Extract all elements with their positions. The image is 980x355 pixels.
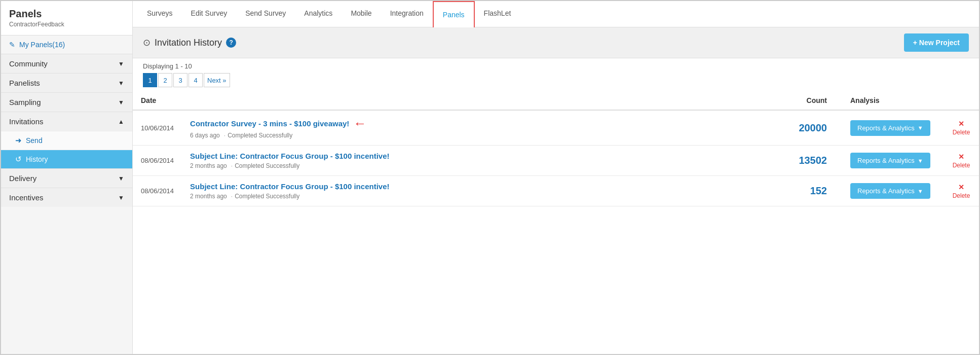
cell-delete: ✕Delete xyxy=(944,110,979,146)
delete-label: Delete xyxy=(953,162,970,169)
tab-panels[interactable]: Panels xyxy=(433,1,475,27)
cell-title: Subject Line: Contractor Focus Group - $… xyxy=(182,176,790,206)
reports-label: Reports & Analytics xyxy=(857,187,915,195)
cell-date: 08/06/2014 xyxy=(133,176,182,206)
clock-icon: ⊙ xyxy=(143,37,150,48)
page-btn-next[interactable]: Next » xyxy=(204,73,230,87)
cell-title: Contractor Survey - 3 mins - $100 giveaw… xyxy=(182,110,790,146)
delete-label: Delete xyxy=(953,129,970,136)
section-title: Invitation History xyxy=(155,38,222,48)
tab-edit-survey[interactable]: Edit Survey xyxy=(182,1,237,27)
chevron-down-icon: ▼ xyxy=(118,175,124,182)
col-header-title xyxy=(182,91,790,110)
survey-meta: 2 months ago·Completed Successfully xyxy=(190,162,782,169)
col-header-date: Date xyxy=(133,91,182,110)
panelists-label: Panelists xyxy=(9,79,40,87)
top-nav: Surveys Edit Survey Send Survey Analytic… xyxy=(133,1,979,27)
status: Completed Successfully xyxy=(228,132,292,139)
sidebar-item-community[interactable]: Community ▼ xyxy=(1,54,132,73)
page-btn-2[interactable]: 2 xyxy=(158,73,172,87)
new-project-button[interactable]: + New Project xyxy=(904,33,969,52)
help-icon[interactable]: ? xyxy=(226,38,236,48)
chevron-up-icon: ▲ xyxy=(118,118,124,125)
col-header-action xyxy=(944,91,979,110)
tab-integration[interactable]: Integration xyxy=(381,1,433,27)
table-header-row: Date Count Analysis xyxy=(133,91,979,110)
cell-delete: ✕Delete xyxy=(944,176,979,206)
chevron-down-icon: ▼ xyxy=(118,80,124,87)
page-btn-1[interactable]: 1 xyxy=(143,73,157,87)
survey-meta: 2 months ago·Completed Successfully xyxy=(190,193,782,200)
new-project-label: + New Project xyxy=(913,39,960,47)
survey-title-text: Subject Line: Contractor Focus Group - $… xyxy=(190,182,389,191)
sampling-label: Sampling xyxy=(9,98,41,106)
sidebar-title: Panels xyxy=(9,8,124,20)
reports-analytics-button[interactable]: Reports & Analytics ▼ xyxy=(850,183,930,199)
separator: · xyxy=(224,132,225,139)
sidebar-header: Panels ContractorFeedback xyxy=(1,1,132,36)
page-btn-4[interactable]: 4 xyxy=(189,73,203,87)
survey-meta: 6 days ago·Completed Successfully xyxy=(190,132,782,139)
section-header: ⊙ Invitation History ? + New Project xyxy=(133,27,979,58)
separator: · xyxy=(231,193,233,200)
cell-title: Subject Line: Contractor Focus Group - $… xyxy=(182,146,790,176)
delete-button[interactable]: ✕Delete xyxy=(952,120,971,136)
page-btn-3[interactable]: 3 xyxy=(173,73,187,87)
tab-analytics[interactable]: Analytics xyxy=(295,1,342,27)
chevron-down-icon: ▼ xyxy=(118,99,124,106)
incentives-label: Incentives xyxy=(9,193,44,202)
pagination-area: Displaying 1 - 10 1 2 3 4 Next » xyxy=(133,58,979,89)
cell-analysis: Reports & Analytics ▼ xyxy=(842,176,944,206)
time-ago: 2 months ago xyxy=(190,193,227,200)
invitations-label: Invitations xyxy=(9,117,44,126)
table-row: 08/06/2014Subject Line: Contractor Focus… xyxy=(133,176,979,206)
dropdown-arrow-icon: ▼ xyxy=(918,158,923,164)
cell-analysis: Reports & Analytics ▼ xyxy=(842,146,944,176)
chevron-down-icon: ▼ xyxy=(118,60,124,67)
survey-title-link[interactable]: Subject Line: Contractor Focus Group - $… xyxy=(190,152,782,160)
reports-label: Reports & Analytics xyxy=(857,124,915,132)
displaying-text: Displaying 1 - 10 xyxy=(143,62,969,70)
content-area: ⊙ Invitation History ? + New Project Dis… xyxy=(133,27,979,354)
reports-analytics-button[interactable]: Reports & Analytics ▼ xyxy=(850,153,930,168)
delete-button[interactable]: ✕Delete xyxy=(952,183,971,199)
section-header-left: ⊙ Invitation History ? xyxy=(143,37,236,48)
sidebar-item-incentives[interactable]: Incentives ▼ xyxy=(1,188,132,207)
tab-send-survey[interactable]: Send Survey xyxy=(236,1,295,27)
time-ago: 6 days ago xyxy=(190,132,220,139)
sidebar-item-my-panels[interactable]: ✎ My Panels(16) xyxy=(1,36,132,54)
survey-title-link[interactable]: Subject Line: Contractor Focus Group - $… xyxy=(190,182,782,191)
delete-button[interactable]: ✕Delete xyxy=(952,153,971,169)
reports-analytics-button[interactable]: Reports & Analytics ▼ xyxy=(850,120,930,136)
sidebar-item-send[interactable]: ➜ Send xyxy=(1,131,132,150)
send-icon: ➜ xyxy=(15,136,22,145)
main-content: Surveys Edit Survey Send Survey Analytic… xyxy=(133,1,979,354)
sidebar: Panels ContractorFeedback ✎ My Panels(16… xyxy=(1,1,133,354)
sidebar-item-delivery[interactable]: Delivery ▼ xyxy=(1,168,132,188)
cell-date: 10/06/2014 xyxy=(133,110,182,146)
cell-date: 08/06/2014 xyxy=(133,146,182,176)
status: Completed Successfully xyxy=(235,162,299,169)
sidebar-item-my-panels-label: My Panels(16) xyxy=(19,41,65,49)
tab-mobile[interactable]: Mobile xyxy=(342,1,381,27)
time-ago: 2 months ago xyxy=(190,162,227,169)
tab-flashlet[interactable]: FlashLet xyxy=(475,1,520,27)
app-container: Panels ContractorFeedback ✎ My Panels(16… xyxy=(0,0,980,355)
table-row: 08/06/2014Subject Line: Contractor Focus… xyxy=(133,146,979,176)
sidebar-item-history[interactable]: ↺ History xyxy=(1,150,132,168)
pagination: 1 2 3 4 Next » xyxy=(143,73,969,87)
survey-title-link[interactable]: Contractor Survey - 3 mins - $100 giveaw… xyxy=(190,117,782,130)
separator: · xyxy=(231,162,233,169)
cell-count: 13502 xyxy=(790,146,842,176)
delete-label: Delete xyxy=(953,192,970,199)
sidebar-item-sampling[interactable]: Sampling ▼ xyxy=(1,92,132,112)
sidebar-item-invitations[interactable]: Invitations ▲ xyxy=(1,112,132,131)
history-icon: ↺ xyxy=(15,155,22,164)
delete-x-icon: ✕ xyxy=(958,183,964,191)
table-row: 10/06/2014Contractor Survey - 3 mins - $… xyxy=(133,110,979,146)
delete-x-icon: ✕ xyxy=(958,120,964,128)
survey-title-text: Contractor Survey - 3 mins - $100 giveaw… xyxy=(190,119,349,128)
sidebar-item-panelists[interactable]: Panelists ▼ xyxy=(1,73,132,92)
tab-surveys[interactable]: Surveys xyxy=(138,1,182,27)
col-header-count: Count xyxy=(790,91,842,110)
